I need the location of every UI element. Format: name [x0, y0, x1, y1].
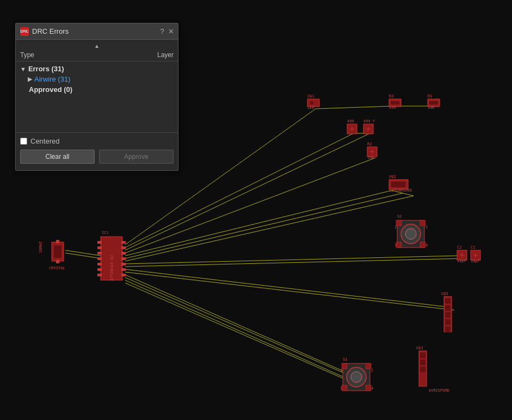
drc-icon-text: DRC	[20, 29, 28, 33]
svg-text:S1: S1	[343, 357, 347, 362]
svg-text:CRYSTAL: CRYSTAL	[49, 266, 65, 270]
svg-text:10K: 10K	[367, 156, 374, 160]
svg-text:U$5: U$5	[441, 292, 448, 296]
svg-text:499: 499	[347, 119, 354, 123]
column-type: Type	[20, 51, 157, 59]
approved-row[interactable]: Approved (0)	[16, 84, 178, 95]
svg-text:S2: S2	[397, 214, 402, 219]
centered-checkbox[interactable]	[20, 138, 27, 145]
svg-line-5	[125, 193, 403, 258]
airwire-row[interactable]: ▶ Airwire (31)	[16, 74, 178, 84]
drc-footer: Centered Clear all Approve	[16, 132, 178, 168]
approve-button[interactable]: Approve	[99, 150, 174, 164]
svg-rect-97	[445, 305, 451, 311]
svg-text:2: 2	[371, 368, 373, 373]
svg-text:R3: R3	[389, 94, 393, 98]
airwire-expand-arrow: ▶	[28, 76, 32, 83]
svg-rect-98	[445, 312, 451, 318]
centered-option: Centered	[20, 137, 174, 145]
svg-point-75	[405, 228, 416, 239]
airwire-label: Airwire (31)	[34, 75, 70, 83]
svg-rect-33	[97, 268, 102, 271]
svg-line-13	[125, 280, 365, 386]
svg-text:1: 1	[340, 368, 342, 373]
svg-rect-53	[429, 101, 439, 105]
svg-text:AVRISPSMD: AVRISPSMD	[429, 388, 449, 393]
drc-body: ▲ Type Layer ▼ Errors (31) ▶ Airwire (31…	[16, 40, 178, 170]
drc-icon: DRC	[20, 27, 29, 36]
svg-text:IC1: IC1	[102, 231, 109, 235]
svg-rect-76	[396, 220, 402, 226]
svg-text:499 Y: 499 Y	[363, 119, 375, 123]
svg-text:R1: R1	[428, 94, 432, 98]
svg-line-4	[125, 190, 392, 256]
svg-rect-28	[97, 241, 102, 244]
svg-rect-39	[121, 263, 126, 265]
column-layer: Layer	[157, 51, 174, 59]
svg-rect-49	[390, 101, 400, 105]
svg-text:4: 4	[425, 243, 428, 248]
svg-text:2: 2	[425, 225, 428, 230]
svg-text:U$2: U$2	[389, 175, 396, 179]
svg-text:C1: C1	[471, 245, 475, 250]
svg-rect-111	[342, 363, 347, 369]
svg-text:LED: LED	[307, 106, 314, 110]
approved-label: Approved (0)	[29, 85, 72, 94]
svg-text:ATTINY44-SU: ATTINY44-SU	[110, 256, 114, 281]
svg-text:20MHZ: 20MHZ	[39, 242, 43, 253]
svg-rect-35	[121, 241, 126, 244]
svg-text:3: 3	[394, 243, 397, 248]
svg-rect-96	[445, 298, 451, 304]
svg-text:10K: 10K	[428, 106, 435, 110]
drc-panel: DRC DRC Errors ? × ▲ Type Layer ▼ Errors…	[15, 23, 178, 171]
svg-rect-70	[391, 181, 406, 188]
chevron-up-icon: ▲	[94, 43, 100, 49]
svg-rect-103	[420, 353, 425, 358]
svg-text:U$1: U$1	[307, 94, 314, 98]
svg-line-17	[316, 106, 392, 109]
svg-line-3	[125, 158, 375, 253]
svg-rect-32	[97, 263, 102, 265]
svg-rect-78	[396, 242, 402, 248]
svg-rect-23	[56, 240, 59, 243]
svg-rect-40	[121, 268, 126, 271]
drc-column-headers: Type Layer	[16, 50, 178, 61]
svg-text:LEDTAB1206: LEDTAB1206	[389, 188, 412, 193]
svg-rect-112	[366, 363, 371, 369]
svg-text:3: 3	[340, 386, 342, 391]
svg-line-16	[65, 253, 101, 258]
svg-line-6	[125, 196, 414, 261]
svg-rect-24	[56, 260, 59, 263]
svg-rect-113	[342, 385, 347, 391]
svg-rect-77	[420, 220, 425, 226]
svg-rect-99	[445, 319, 451, 325]
centered-label[interactable]: Centered	[30, 137, 59, 145]
svg-rect-37	[121, 252, 126, 255]
svg-text:10pF: 10pF	[471, 259, 480, 263]
svg-text:499: 499	[389, 106, 396, 110]
errors-expand-arrow: ▼	[20, 66, 26, 72]
svg-rect-29	[97, 246, 102, 249]
svg-line-14	[125, 283, 367, 389]
drc-help-button[interactable]: ?	[156, 27, 168, 35]
svg-rect-79	[420, 242, 425, 248]
svg-line-15	[65, 250, 101, 256]
errors-row[interactable]: ▼ Errors (31)	[16, 64, 178, 74]
svg-text:1: 1	[394, 225, 397, 230]
drc-action-buttons: Clear all Approve	[20, 150, 174, 164]
clear-all-button[interactable]: Clear all	[20, 150, 95, 164]
drc-close-button[interactable]: ×	[169, 27, 174, 36]
svg-rect-104	[420, 360, 425, 365]
drc-scroll-up[interactable]: ▲	[16, 42, 178, 50]
svg-rect-114	[366, 385, 371, 391]
svg-rect-22	[53, 245, 62, 258]
drc-error-tree: ▼ Errors (31) ▶ Airwire (31) Approved (0…	[16, 61, 178, 132]
drc-panel-title: DRC Errors	[32, 27, 156, 35]
errors-label: Errors (31)	[28, 65, 64, 73]
drc-titlebar: DRC DRC Errors ? ×	[16, 23, 178, 40]
svg-rect-105	[420, 367, 425, 372]
svg-rect-34	[97, 274, 102, 276]
svg-text:10pF: 10pF	[457, 259, 466, 263]
svg-line-11	[125, 275, 359, 378]
svg-rect-30	[97, 252, 102, 255]
